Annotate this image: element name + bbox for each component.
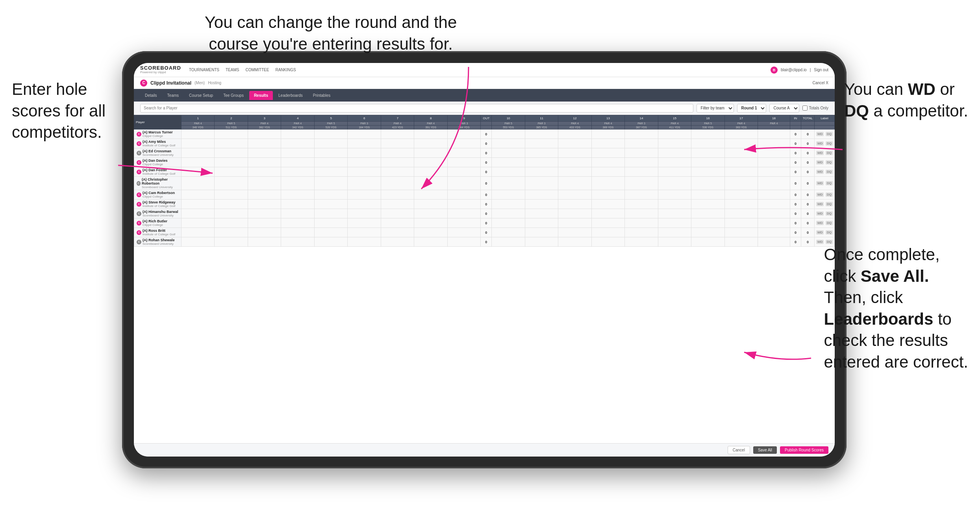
hole-6-score[interactable] xyxy=(348,200,381,209)
hole-3-score[interactable] xyxy=(248,209,281,218)
hole-11-score[interactable] xyxy=(525,148,558,158)
hole-7-score[interactable] xyxy=(381,237,414,247)
hole-13-score[interactable] xyxy=(591,167,624,177)
tab-leaderboards[interactable]: Leaderboards xyxy=(274,91,308,100)
hole-1-score[interactable] xyxy=(182,177,215,190)
hole-11-score[interactable] xyxy=(525,177,558,190)
hole-14-score[interactable] xyxy=(625,139,658,148)
hole-10-score[interactable] xyxy=(492,129,525,139)
hole-8-score[interactable] xyxy=(414,190,447,200)
hole-4-score[interactable] xyxy=(281,129,314,139)
hole-12-score[interactable] xyxy=(558,177,591,190)
hole-12-score[interactable] xyxy=(558,129,591,139)
wd-button[interactable]: WD xyxy=(816,151,824,155)
hole-16-score[interactable] xyxy=(691,228,724,237)
hole-6-score[interactable] xyxy=(348,148,381,158)
hole-16-score[interactable] xyxy=(691,209,724,218)
hole-4-score[interactable] xyxy=(281,177,314,190)
hole-7-score[interactable] xyxy=(381,129,414,139)
hole-13-score[interactable] xyxy=(591,139,624,148)
hole-11-score[interactable] xyxy=(525,139,558,148)
hole-14-score[interactable] xyxy=(625,148,658,158)
hole-7-score[interactable] xyxy=(381,167,414,177)
hole-1-score[interactable] xyxy=(182,167,215,177)
hole-10-score[interactable] xyxy=(492,209,525,218)
hole-13-score[interactable] xyxy=(591,209,624,218)
hole-4-score[interactable] xyxy=(281,237,314,247)
hole-13-score[interactable] xyxy=(591,148,624,158)
hole-5-score[interactable] xyxy=(314,148,347,158)
hole-15-score[interactable] xyxy=(658,129,691,139)
hole-1-score[interactable] xyxy=(182,148,215,158)
hole-3-score[interactable] xyxy=(248,158,281,167)
hole-4-score[interactable] xyxy=(281,190,314,200)
dq-button[interactable]: DQ xyxy=(826,151,833,155)
hole-6-score[interactable] xyxy=(348,177,381,190)
hole-14-score[interactable] xyxy=(625,129,658,139)
hole-15-score[interactable] xyxy=(658,139,691,148)
dq-button[interactable]: DQ xyxy=(826,211,833,216)
wd-button[interactable]: WD xyxy=(816,221,824,225)
hole-4-score[interactable] xyxy=(281,158,314,167)
nav-rankings[interactable]: RANKINGS xyxy=(275,68,296,72)
hole-12-score[interactable] xyxy=(558,200,591,209)
hole-1-score[interactable] xyxy=(182,218,215,228)
hole-2-score[interactable] xyxy=(215,148,248,158)
hole-11-score[interactable] xyxy=(525,158,558,167)
wd-button[interactable]: WD xyxy=(816,181,824,185)
hole-7-score[interactable] xyxy=(381,177,414,190)
hole-5-score[interactable] xyxy=(314,218,347,228)
hole-11-score[interactable] xyxy=(525,167,558,177)
hole-18-score[interactable] xyxy=(758,200,790,209)
hole-11-score[interactable] xyxy=(525,129,558,139)
hole-9-score[interactable] xyxy=(447,190,480,200)
hole-2-score[interactable] xyxy=(215,200,248,209)
hole-8-score[interactable] xyxy=(414,139,447,148)
hole-1-score[interactable] xyxy=(182,228,215,237)
wd-button[interactable]: WD xyxy=(816,141,824,146)
hole-10-score[interactable] xyxy=(492,200,525,209)
dq-button[interactable]: DQ xyxy=(826,160,833,165)
hole-18-score[interactable] xyxy=(758,209,790,218)
hole-1-score[interactable] xyxy=(182,190,215,200)
hole-1-score[interactable] xyxy=(182,129,215,139)
hole-14-score[interactable] xyxy=(625,209,658,218)
hole-3-score[interactable] xyxy=(248,237,281,247)
hole-17-score[interactable] xyxy=(724,200,758,209)
filter-by-team-select[interactable]: Filter by team xyxy=(697,104,734,113)
totals-only-checkbox[interactable]: Totals Only xyxy=(802,105,828,111)
hole-16-score[interactable] xyxy=(691,190,724,200)
hole-3-score[interactable] xyxy=(248,148,281,158)
hole-8-score[interactable] xyxy=(414,177,447,190)
hole-3-score[interactable] xyxy=(248,167,281,177)
hole-14-score[interactable] xyxy=(625,200,658,209)
hole-2-score[interactable] xyxy=(215,167,248,177)
hole-1-score[interactable] xyxy=(182,209,215,218)
hole-15-score[interactable] xyxy=(658,218,691,228)
hole-6-score[interactable] xyxy=(348,237,381,247)
hole-6-score[interactable] xyxy=(348,218,381,228)
hole-10-score[interactable] xyxy=(492,237,525,247)
hole-9-score[interactable] xyxy=(447,148,480,158)
wd-button[interactable]: WD xyxy=(816,160,824,165)
hole-18-score[interactable] xyxy=(758,139,790,148)
nav-committee[interactable]: COMMITTEE xyxy=(245,68,269,72)
hole-1-score[interactable] xyxy=(182,200,215,209)
hole-18-score[interactable] xyxy=(758,218,790,228)
hole-4-score[interactable] xyxy=(281,209,314,218)
hole-18-score[interactable] xyxy=(758,148,790,158)
hole-13-score[interactable] xyxy=(591,218,624,228)
hole-5-score[interactable] xyxy=(314,129,347,139)
hole-15-score[interactable] xyxy=(658,177,691,190)
hole-13-score[interactable] xyxy=(591,129,624,139)
hole-4-score[interactable] xyxy=(281,139,314,148)
hole-1-score[interactable] xyxy=(182,237,215,247)
hole-11-score[interactable] xyxy=(525,200,558,209)
hole-12-score[interactable] xyxy=(558,190,591,200)
hole-16-score[interactable] xyxy=(691,139,724,148)
hole-16-score[interactable] xyxy=(691,167,724,177)
hole-14-score[interactable] xyxy=(625,228,658,237)
hole-17-score[interactable] xyxy=(724,148,758,158)
hole-5-score[interactable] xyxy=(314,200,347,209)
hole-5-score[interactable] xyxy=(314,190,347,200)
